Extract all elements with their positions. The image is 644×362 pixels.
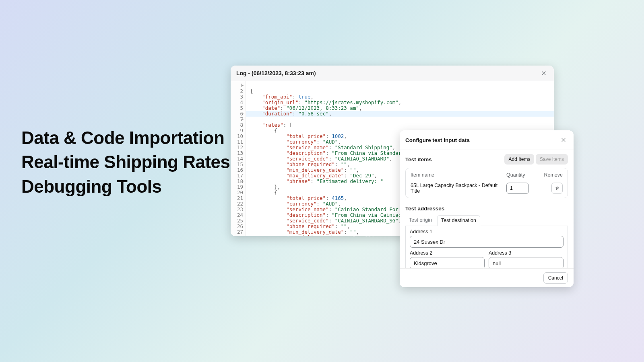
address-card: Address 1 Address 2 Address 3 City Post [405,226,568,271]
label-address2: Address 2 [410,250,485,256]
address3-input[interactable] [489,257,564,269]
items-card: Item name Quantity Remove 65L Large Capa… [405,168,568,198]
tab-test-origin[interactable]: Test origin [405,215,436,226]
table-row: 65L Large Capacity Backpack - Default Ti… [411,183,563,194]
configure-panel: Configure test input data Test items Add… [400,130,574,287]
close-icon[interactable] [559,136,568,144]
item-name: 65L Large Capacity Backpack - Default Ti… [411,183,506,194]
configure-body: Test items Add Items Save Items Item nam… [400,150,574,271]
col-quantity: Quantity [506,172,539,183]
close-icon[interactable] [539,69,548,78]
col-remove: Remove [539,172,563,183]
address1-input[interactable] [410,236,564,248]
save-items-button: Save Items [536,154,568,165]
label-address1: Address 1 [410,229,564,234]
log-title: Log - (06/12/2023, 8:33:23 am) [236,70,316,76]
log-panel-header: Log - (06/12/2023, 8:33:23 am) [231,66,554,81]
configure-header: Configure test input data [400,130,574,150]
configure-title: Configure test input data [405,137,470,143]
quantity-input[interactable] [506,183,529,194]
cancel-button[interactable]: Cancel [543,272,568,284]
configure-footer: Cancel [400,268,574,287]
address-tabs: Test origin Test destination [405,215,568,226]
address2-input[interactable] [410,257,485,269]
trash-icon[interactable] [551,183,563,194]
line-gutter: 1234567891011121314151617181920212223242… [231,81,246,236]
col-item-name: Item name [411,172,506,183]
hero-text: Data & Code Importation Real-time Shippi… [21,126,230,199]
tab-test-destination[interactable]: Test destination [437,215,480,226]
add-items-button[interactable]: Add Items [504,154,534,165]
hero-line-3: Debugging Tools [21,177,162,196]
hero-line-1: Data & Code Importation [21,128,224,148]
test-items-title: Test items [405,156,432,162]
hero-line-2: Real-time Shipping Rates [21,152,230,172]
label-address3: Address 3 [489,250,564,256]
test-addresses-title: Test addresses [405,206,568,212]
